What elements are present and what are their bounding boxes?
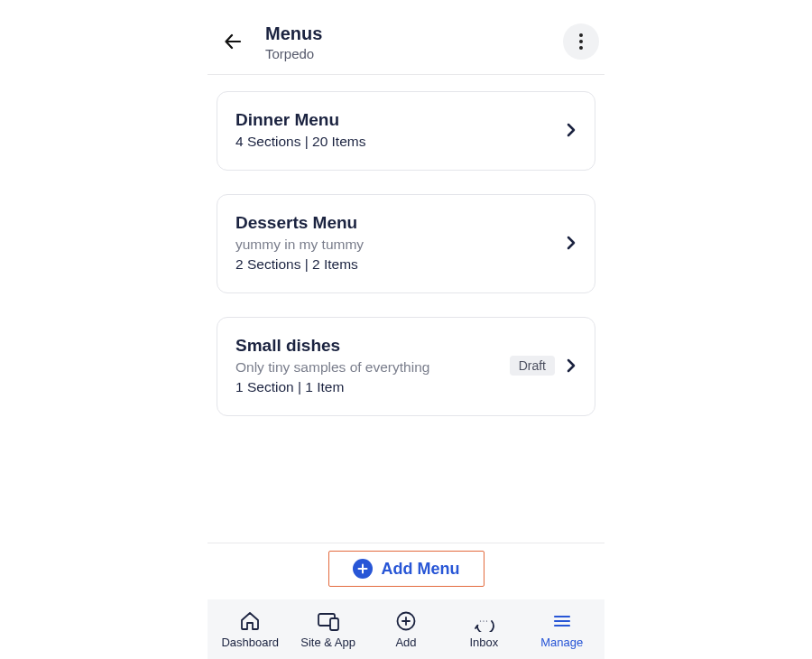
plus-circle-icon <box>353 559 373 579</box>
back-arrow-icon <box>222 31 244 52</box>
page-subtitle: Torpedo <box>265 46 563 61</box>
menu-card-meta: 2 Sections | 2 Items <box>235 256 566 273</box>
more-options-button[interactable] <box>563 23 599 60</box>
menu-icon <box>552 610 572 632</box>
nav-inbox[interactable]: Inbox <box>452 610 515 649</box>
svg-point-8 <box>480 620 481 621</box>
menu-card-meta: 4 Sections | 20 Items <box>235 134 566 150</box>
chat-icon <box>473 610 494 632</box>
svg-point-9 <box>484 620 484 621</box>
nav-label: Dashboard <box>221 636 279 649</box>
chevron-right-icon <box>566 122 577 138</box>
nav-manage[interactable]: Manage <box>531 610 594 649</box>
status-badge: Draft <box>510 356 555 376</box>
devices-icon <box>317 610 340 632</box>
dots-icon <box>579 33 583 37</box>
bottom-nav: Dashboard Site & App Add <box>208 599 604 659</box>
header: Menus Torpedo <box>208 0 604 75</box>
plus-circle-outline-icon <box>395 610 417 632</box>
svg-point-10 <box>486 620 487 621</box>
home-icon <box>239 610 261 632</box>
menu-card[interactable]: Dinner Menu 4 Sections | 20 Items <box>217 91 595 171</box>
add-menu-bar: Add Menu <box>208 543 604 592</box>
menu-card-description: Only tiny samples of everything <box>235 359 510 376</box>
nav-add[interactable]: Add <box>374 610 438 649</box>
chevron-right-icon <box>566 235 577 251</box>
add-menu-label: Add Menu <box>382 560 460 579</box>
nav-label: Site & App <box>300 636 355 649</box>
menu-card-meta: 1 Section | 1 Item <box>235 379 510 395</box>
nav-label: Add <box>395 636 416 649</box>
page-title: Menus <box>265 23 563 44</box>
menu-card-title: Desserts Menu <box>235 213 566 233</box>
svg-rect-4 <box>330 618 338 630</box>
menu-card[interactable]: Desserts Menu yummy in my tummy 2 Sectio… <box>217 194 595 293</box>
chevron-right-icon <box>566 357 577 374</box>
title-block: Menus Torpedo <box>253 23 563 61</box>
menu-card-title: Dinner Menu <box>235 110 566 130</box>
app-frame: Menus Torpedo Dinner Menu 4 Sections | 2… <box>208 0 604 659</box>
menu-card-description: yummy in my tummy <box>235 237 566 253</box>
nav-label: Manage <box>540 636 583 649</box>
nav-label: Inbox <box>469 636 498 649</box>
menu-card-title: Small dishes <box>235 336 510 356</box>
nav-dashboard[interactable]: Dashboard <box>218 610 281 649</box>
menu-card[interactable]: Small dishes Only tiny samples of everyt… <box>217 317 595 416</box>
nav-site-and-app[interactable]: Site & App <box>297 610 360 649</box>
add-menu-button[interactable]: Add Menu <box>328 551 484 587</box>
back-button[interactable] <box>213 22 253 61</box>
menu-list: Dinner Menu 4 Sections | 20 Items Desser… <box>208 75 604 416</box>
